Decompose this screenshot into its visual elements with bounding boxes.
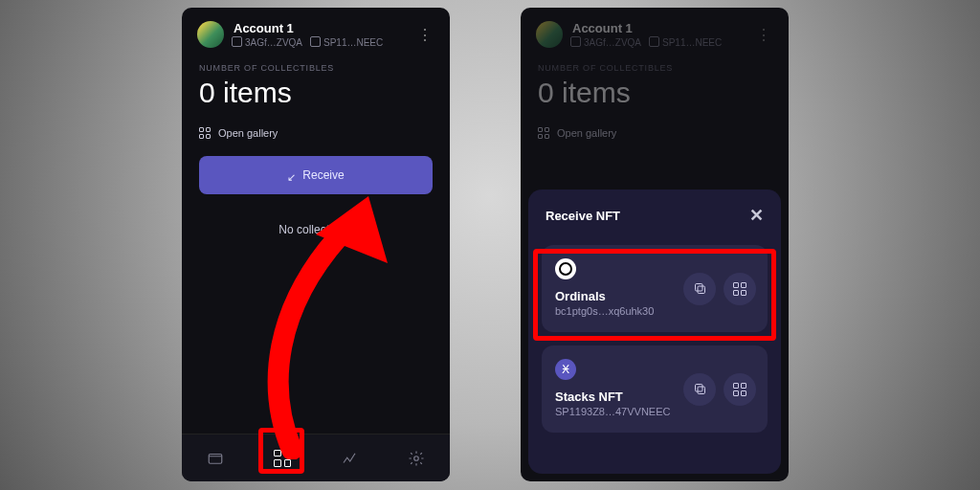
option-ordinals[interactable]: Ordinals bc1ptg0s…xq6uhk30 [542,245,768,332]
copy-icon [572,38,581,47]
tab-activity[interactable] [330,439,368,478]
account-header: Account 1 3AGf…ZVQA SP11…NEEC ⋮ [521,8,789,56]
receive-nft-sheet: Receive NFT ✕ Ordinals bc1ptg0s…xq6uhk30… [528,189,781,474]
receive-icon [287,170,297,180]
tab-bar [182,434,450,481]
option-address: SP1193Z8…47VVNEEC [555,406,754,417]
account-name: Account 1 [234,21,406,35]
grid-icon [199,127,211,139]
stacks-icon: Ӿ [555,359,576,380]
open-gallery-label: Open gallery [218,127,278,139]
sheet-title: Receive NFT [546,209,620,223]
account-info[interactable]: Account 1 3AGf…ZVQA SP11…NEEC [572,21,745,48]
grid-icon [538,127,549,139]
gear-icon [408,450,425,467]
account-info[interactable]: Account 1 3AGf…ZVQA SP11…NEEC [234,21,406,48]
svg-rect-2 [698,286,705,294]
ordinals-icon [555,258,576,279]
phone-left-screen: Account 1 3AGf…ZVQA SP11…NEEC ⋮ NUMBER O… [182,8,450,481]
account-addresses: 3AGf…ZVQA SP11…NEEC [572,37,745,48]
copy-icon [651,38,659,47]
receive-button[interactable]: Receive [199,156,433,194]
option-stacks[interactable]: Ӿ Stacks NFT SP1193Z8…47VVNEEC [542,345,768,433]
qr-button[interactable] [724,273,756,305]
qr-button[interactable] [724,373,756,406]
address-btc[interactable]: 3AGf…ZVQA [572,37,641,48]
open-gallery-link[interactable]: Open gallery [538,127,616,139]
svg-rect-4 [698,387,705,394]
copy-button[interactable] [683,373,716,406]
address-stx[interactable]: SP11…NEEC [312,37,383,48]
open-gallery-label: Open gallery [557,127,616,139]
option-actions [683,273,756,305]
empty-state: No collectibles [199,223,433,236]
address-stx[interactable]: SP11…NEEC [651,37,722,48]
copy-icon [693,382,707,396]
copy-icon [312,38,321,47]
wallet-icon [207,450,224,467]
grid-icon [274,450,291,467]
svg-rect-0 [209,454,222,463]
copy-icon [234,38,242,47]
svg-point-1 [414,456,419,460]
svg-rect-5 [695,385,702,392]
sheet-header: Receive NFT ✕ [542,205,768,226]
open-gallery-link[interactable]: Open gallery [199,127,278,139]
account-header: Account 1 3AGf…ZVQA SP11…NEEC ⋮ [182,8,450,56]
collectibles-count: 0 items [199,77,433,109]
close-icon[interactable]: ✕ [749,205,764,226]
chart-icon [341,450,358,467]
phone-right-screen: Account 1 3AGf…ZVQA SP11…NEEC ⋮ NUMBER O… [521,8,789,481]
copy-icon [693,281,707,296]
collectibles-count: 0 items [538,77,771,109]
address-btc[interactable]: 3AGf…ZVQA [234,37,302,48]
avatar[interactable] [197,21,224,48]
qr-icon [733,282,746,296]
more-icon[interactable]: ⋮ [415,22,434,48]
tab-wallet[interactable] [196,439,234,478]
svg-rect-3 [695,284,702,292]
more-icon[interactable]: ⋮ [754,22,773,48]
qr-icon [733,383,746,396]
collectibles-body: NUMBER OF COLLECTIBLES 0 items Open gall… [521,56,789,143]
account-addresses: 3AGf…ZVQA SP11…NEEC [234,37,406,48]
tab-collectibles[interactable] [263,439,301,478]
account-name: Account 1 [572,21,745,35]
option-actions [683,373,756,406]
copy-button[interactable] [683,273,716,305]
collectibles-label: NUMBER OF COLLECTIBLES [538,63,771,73]
collectibles-label: NUMBER OF COLLECTIBLES [199,63,433,73]
option-address: bc1ptg0s…xq6uhk30 [555,305,754,317]
receive-label: Receive [302,168,344,182]
tab-settings[interactable] [397,439,435,478]
avatar[interactable] [536,21,563,48]
collectibles-body: NUMBER OF COLLECTIBLES 0 items Open gall… [182,56,450,240]
